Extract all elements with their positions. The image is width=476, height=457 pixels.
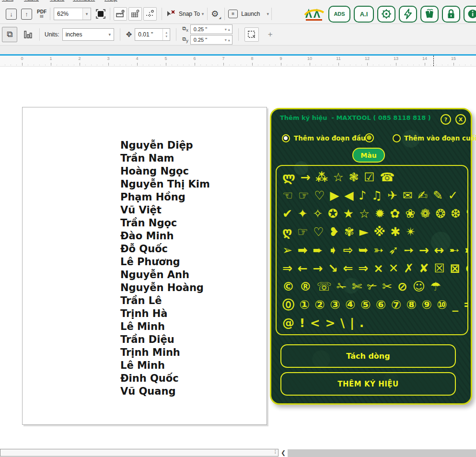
- units-dropdown-arrow[interactable]: ▾: [106, 29, 114, 40]
- target-icon: [380, 8, 393, 20]
- toggle-grid-button[interactable]: [128, 7, 142, 21]
- snap-to-dropdown-arrow[interactable]: ▾: [202, 12, 204, 16]
- units-combobox[interactable]: inches ▾: [62, 28, 114, 41]
- maxtool-library-button[interactable]: [420, 6, 439, 23]
- document-text-line: Đinh Quốc: [120, 372, 210, 385]
- launch-window-icon: ≡: [228, 10, 238, 18]
- ruler-tick: 14: [410, 56, 439, 66]
- nudge-up-arrow[interactable]: ▴: [166, 31, 168, 35]
- split-lines-button[interactable]: Tách dòng: [280, 344, 456, 368]
- ruler-tick: 1: [36, 56, 65, 66]
- bars-icon: [23, 30, 33, 39]
- toggle-rulers-button[interactable]: [114, 7, 127, 21]
- document-text-line: Nguyễn Hoàng: [120, 281, 210, 294]
- color-button[interactable]: Màu: [352, 148, 385, 163]
- dialog-help-button[interactable]: ?: [441, 114, 451, 125]
- document-text-line: Nguyễn Anh: [120, 269, 210, 281]
- symbol-row[interactable]: ⇒ ← → ↘ ⇐ ⇒ × ✕ ✗ ✘ ☒ ⊠ ⊗ ⊛: [282, 259, 462, 278]
- duplicate-y-spinner[interactable]: 0.25 " ▾▴: [190, 35, 232, 45]
- document-text-line: Trịnh Hà: [120, 307, 210, 320]
- menu-item-help[interactable]: Help: [104, 0, 117, 2]
- nudge-value: 0.01 ": [135, 31, 163, 38]
- export-button[interactable]: ↑: [21, 9, 32, 20]
- maxtool-ads-button[interactable]: ADS: [328, 6, 350, 23]
- duplicate-y-value: 0.25 ": [191, 37, 223, 43]
- horizontal-scrollbar-thumb[interactable]: ⁞⁞: [0, 449, 279, 457]
- maxtool-lock-button[interactable]: [442, 6, 460, 23]
- dup-y-up[interactable]: ▴: [228, 38, 230, 42]
- ads-label: ADS: [334, 11, 345, 17]
- document-text-line: Phạm Hồng: [120, 191, 210, 204]
- radio-insert-begin[interactable]: [282, 134, 290, 142]
- grid-icon: [130, 9, 140, 19]
- add-plus-button[interactable]: +: [268, 30, 273, 39]
- current-color-swatch[interactable]: [365, 133, 374, 142]
- names-text-block[interactable]: Nguyễn DiệpTrần NamHoàng NgọcNguyễn Thị …: [120, 139, 210, 398]
- import-button[interactable]: ↓: [6, 9, 17, 20]
- snap-off-button[interactable]: [165, 9, 176, 19]
- treat-as-filled-button[interactable]: [244, 27, 259, 42]
- symbol-row[interactable]: ღ ☞ ♡ ❥ ✾ ► ※ ✱ ✴: [282, 223, 462, 241]
- gear-icon: ⚙: [211, 9, 219, 19]
- menu-item-tools[interactable]: Tools: [50, 0, 64, 2]
- options-gear-button[interactable]: ⚙ ◢: [211, 9, 221, 19]
- symbol-row[interactable]: ✔ ✦ ✧ ✪ ★ ☆ ✹ ✿ ❀ ❁ ❂ ❆ ❝❞: [282, 205, 462, 223]
- maxtool-logo[interactable]: [304, 6, 325, 22]
- dup-x-down[interactable]: ▾: [225, 27, 227, 32]
- radio-insert-end-label[interactable]: Thêm vào đoạn cuối: [404, 134, 476, 142]
- dup-y-down[interactable]: ▾: [225, 38, 227, 42]
- add-symbol-button[interactable]: THÊM KÝ HIỆU: [280, 372, 456, 396]
- lightning-icon: [402, 8, 414, 20]
- zoom-level-combobox[interactable]: 62% ▾: [54, 8, 91, 20]
- ruler-tick: 15: [439, 56, 468, 66]
- launch-dropdown-arrow[interactable]: ▾: [267, 12, 269, 16]
- dup-x-up[interactable]: ▴: [228, 27, 230, 32]
- launch-button[interactable]: ≡ Launch ▾: [228, 10, 269, 18]
- gear-menu-corner: ◢: [219, 16, 221, 19]
- import-icon: ↓: [6, 9, 17, 20]
- menu-item-window[interactable]: Window: [73, 0, 95, 2]
- overlap-squares-icon: ⧉: [7, 30, 12, 39]
- rulers-icon: [116, 9, 125, 19]
- symbol-row[interactable]: @ ! < > \ | .: [282, 314, 462, 332]
- document-page[interactable]: Nguyễn DiệpTrần NamHoàng NgọcNguyễn Thị …: [22, 107, 267, 425]
- guidelines-icon: [145, 9, 155, 19]
- ruler-page-marker: [433, 56, 434, 66]
- zoom-dropdown-arrow[interactable]: ▾: [82, 8, 91, 20]
- snap-to-label[interactable]: Snap To: [179, 11, 200, 17]
- maxtool-target-button[interactable]: [377, 6, 395, 23]
- symbol-row[interactable]: ლ → ⁂ ☆ ❃ ☑ ☎: [282, 168, 462, 187]
- ruler-tick: 8: [238, 56, 267, 66]
- ruler-tick: 3: [94, 56, 123, 66]
- maxtool-info-button[interactable]: [464, 6, 476, 23]
- maxtool-lightning-button[interactable]: [399, 6, 417, 23]
- symbol-row[interactable]: ☜ ☞ ♡ ▶ ◀ ♪ ♫ ✈ ✉ ✍ ✎ ✓: [282, 187, 462, 205]
- menu-item-table[interactable]: Table: [24, 0, 39, 2]
- symbol-row[interactable]: ➢ ➡ ➨ ➧ ⇨ ➥ ➳ ➶ ➙ → ↔ ➸ ➽: [282, 241, 462, 259]
- overlap-objects-button[interactable]: ⧉: [2, 27, 17, 42]
- horizontal-ruler[interactable]: 0 1 2 3 4 5 6 7 8 9 10 11: [0, 56, 476, 67]
- dialog-close-button[interactable]: X: [455, 114, 466, 125]
- books-icon: [423, 8, 436, 20]
- nudge-down-arrow[interactable]: ▾: [166, 35, 168, 38]
- scrollbar-track[interactable]: [288, 449, 476, 457]
- ruler-tick: 10: [295, 56, 324, 66]
- radio-insert-begin-label[interactable]: Thêm vào đoạn đầu: [294, 134, 365, 142]
- full-screen-preview-button[interactable]: [95, 8, 106, 20]
- ruler-tick: 5: [151, 56, 180, 66]
- nudge-distance-spinner[interactable]: 0.01 " ▴▾: [135, 28, 170, 41]
- toggle-guidelines-button[interactable]: [143, 7, 157, 21]
- radio-insert-end[interactable]: [393, 134, 401, 142]
- symbol-row[interactable]: ⓪ ① ② ③ ④ ⑤ ⑥ ⑦ ⑧ ⑨ ⑩ _ = + -: [282, 296, 462, 314]
- toolbar-gap: [0, 46, 476, 54]
- object-sizes-button[interactable]: [21, 27, 35, 42]
- duplicate-x-spinner[interactable]: 0.25 " ▾▴: [190, 24, 232, 34]
- pdf-share-icon: ▤: [40, 14, 44, 18]
- scroll-left-chevron[interactable]: ❮: [281, 449, 286, 456]
- symbol-row[interactable]: © ® ☏ ✁ ✄ ✃ ✂ ⊘ ☺ ☂: [282, 278, 462, 296]
- lock-icon: [445, 8, 457, 20]
- document-text-line: Trần Ngọc: [120, 217, 210, 230]
- maxtool-ai-button[interactable]: A.I: [354, 6, 374, 23]
- publish-pdf-button[interactable]: PDF ▤: [37, 10, 46, 18]
- menu-item-text[interactable]: Text: [2, 0, 13, 2]
